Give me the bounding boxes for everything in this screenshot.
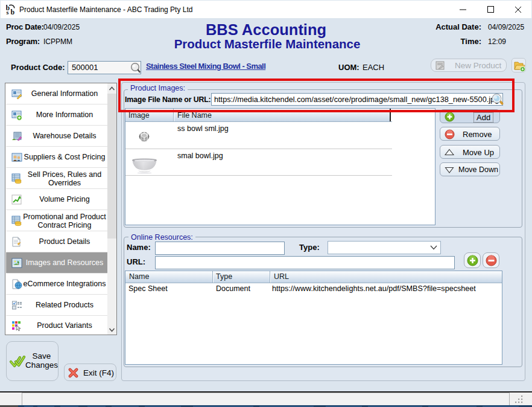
svg-text:b: b <box>11 8 15 15</box>
svg-text:s: s <box>7 9 9 14</box>
